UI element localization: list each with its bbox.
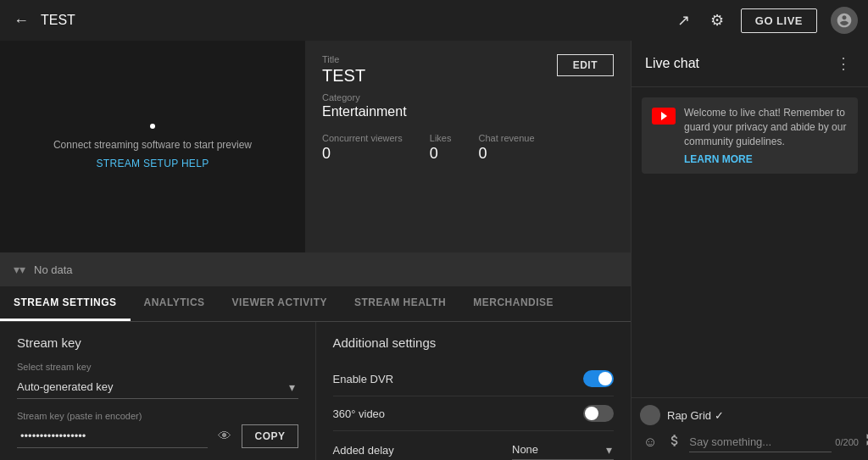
stream-key-copy-button[interactable]: COPY: [242, 424, 298, 448]
back-button[interactable]: ←: [10, 8, 32, 33]
category-section: Category Entertainment: [322, 92, 614, 119]
stream-key-select[interactable]: Auto-generated key: [17, 375, 298, 399]
stream-key-title: Stream key: [17, 335, 298, 350]
learn-more-link[interactable]: LEARN MORE: [684, 153, 848, 165]
right-panel: Live chat ⋮ Welcome to live chat! Rememb…: [631, 41, 868, 460]
toggle-knob: [598, 372, 612, 385]
page-title: TEST: [41, 13, 75, 28]
chat-notice: Welcome to live chat! Remember to guard …: [642, 97, 858, 174]
select-stream-key-group: Select stream key Auto-generated key ▾: [17, 362, 298, 399]
likes-label: Likes: [430, 133, 452, 143]
title-row: Title TEST EDIT: [322, 54, 614, 86]
wifi-icon: ▾▾: [14, 263, 25, 276]
notice-content: Welcome to live chat! Remember to guard …: [684, 106, 848, 165]
chat-header: Live chat ⋮: [632, 41, 868, 87]
video360-setting-row: 360° video: [333, 396, 615, 431]
chat-user-row: Rap Grid ✓: [640, 405, 860, 425]
chat-input-area: Rap Grid ✓ ☺ 0/200: [632, 397, 868, 460]
share-button[interactable]: ↗: [674, 8, 693, 33]
tab-stream-health[interactable]: STREAM HEALTH: [341, 286, 459, 321]
stream-key-paste-group: Stream key (paste in encoder) 👁 COPY: [17, 411, 298, 448]
stream-setup-link[interactable]: STREAM SETUP HELP: [97, 158, 209, 169]
stream-info: Title TEST EDIT Category Entertainment C…: [305, 41, 631, 252]
stream-key-input[interactable]: [17, 424, 208, 448]
additional-settings-section: Additional settings Enable DVR 360° vide…: [316, 322, 632, 460]
settings-button[interactable]: ⚙: [707, 8, 727, 33]
concurrent-value: 0: [322, 145, 403, 163]
additional-settings-title: Additional settings: [333, 335, 615, 350]
send-button[interactable]: [862, 430, 868, 453]
tab-merchandise[interactable]: MERCHANDISE: [459, 286, 567, 321]
toggle-knob-360: [585, 407, 598, 420]
content-row: Connect streaming software to start prev…: [0, 41, 631, 252]
stream-key-input-row: 👁 COPY: [17, 424, 298, 448]
tabs-bar: STREAM SETTINGS ANALYTICS VIEWER ACTIVIT…: [0, 286, 631, 322]
chat-revenue-label: Chat revenue: [478, 133, 534, 143]
video360-toggle[interactable]: [583, 405, 614, 422]
video360-label: 360° video: [333, 407, 386, 420]
category-label: Category: [322, 92, 614, 103]
dvr-label: Enable DVR: [333, 373, 394, 385]
char-count: 0/200: [835, 437, 859, 447]
main-layout: Connect streaming software to start prev…: [0, 41, 868, 460]
title-label: Title: [322, 54, 365, 64]
no-data-text: No data: [34, 263, 73, 276]
spinner: [150, 124, 155, 129]
delay-select[interactable]: None Normal (5s) Low (30s): [512, 440, 614, 460]
emoji-button[interactable]: ☺: [640, 433, 660, 452]
preview-text: Connect streaming software to start prev…: [53, 139, 252, 151]
stream-key-section: Stream key Select stream key Auto-genera…: [0, 322, 316, 460]
top-bar-right: ↗ ⚙ GO LIVE: [674, 7, 858, 34]
dvr-toggle[interactable]: [583, 370, 614, 387]
delay-setting-row: Added delay None Normal (5s) Low (30s) ▾: [333, 431, 615, 460]
top-bar-left: ← TEST: [10, 8, 664, 33]
dvr-setting-row: Enable DVR: [333, 362, 615, 396]
chat-input[interactable]: [689, 432, 832, 452]
avatar[interactable]: [831, 7, 858, 34]
title-section: Title TEST: [322, 54, 365, 86]
chat-revenue-value: 0: [478, 145, 534, 163]
delay-label: Added delay: [333, 444, 394, 457]
chat-avatar: [640, 405, 660, 425]
go-live-button[interactable]: GO LIVE: [741, 8, 817, 33]
concurrent-stat: Concurrent viewers 0: [322, 133, 403, 163]
no-data-bar: ▾▾ No data: [0, 252, 631, 286]
stream-title: TEST: [322, 66, 365, 86]
likes-value: 0: [430, 145, 452, 163]
select-wrapper: Auto-generated key ▾: [17, 375, 298, 399]
chat-actions-row: ☺ 0/200: [640, 430, 860, 453]
edit-button[interactable]: EDIT: [557, 54, 614, 76]
delay-select-wrapper: None Normal (5s) Low (30s) ▾: [512, 440, 614, 460]
likes-stat: Likes 0: [430, 133, 452, 163]
chat-title: Live chat: [645, 56, 699, 71]
tab-stream-settings[interactable]: STREAM SETTINGS: [0, 286, 131, 321]
concurrent-label: Concurrent viewers: [322, 133, 403, 143]
select-stream-key-label: Select stream key: [17, 362, 298, 372]
left-panel: Connect streaming software to start prev…: [0, 41, 631, 460]
super-chat-button[interactable]: [664, 431, 686, 453]
chat-revenue-stat: Chat revenue 0: [478, 133, 534, 163]
video-preview: Connect streaming software to start prev…: [0, 41, 305, 252]
category-value: Entertainment: [322, 104, 614, 119]
youtube-logo: [652, 108, 676, 125]
notice-text: Welcome to live chat! Remember to guard …: [684, 107, 846, 147]
chat-username: Rap Grid ✓: [667, 409, 860, 422]
chat-body: Welcome to live chat! Remember to guard …: [632, 87, 868, 397]
tab-analytics[interactable]: ANALYTICS: [131, 286, 219, 321]
visibility-icon[interactable]: 👁: [214, 429, 235, 444]
stats-row: Concurrent viewers 0 Likes 0 Chat revenu…: [322, 133, 614, 163]
chat-more-button[interactable]: ⋮: [832, 51, 854, 76]
top-bar: ← TEST ↗ ⚙ GO LIVE: [0, 0, 868, 41]
tab-viewer-activity[interactable]: VIEWER ACTIVITY: [219, 286, 341, 321]
tab-content: Stream key Select stream key Auto-genera…: [0, 322, 631, 460]
stream-key-paste-label: Stream key (paste in encoder): [17, 411, 298, 421]
